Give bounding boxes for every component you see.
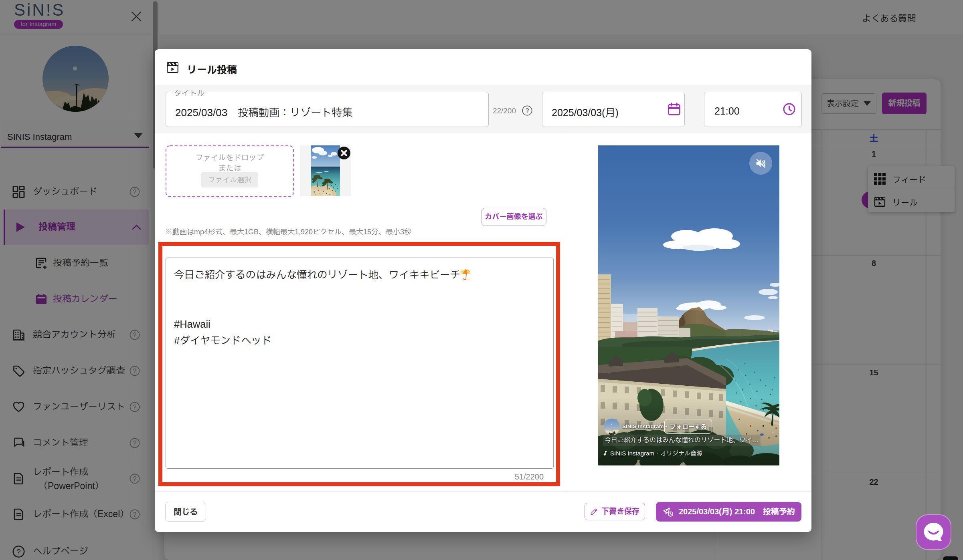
svg-text:?: ? bbox=[526, 107, 529, 114]
